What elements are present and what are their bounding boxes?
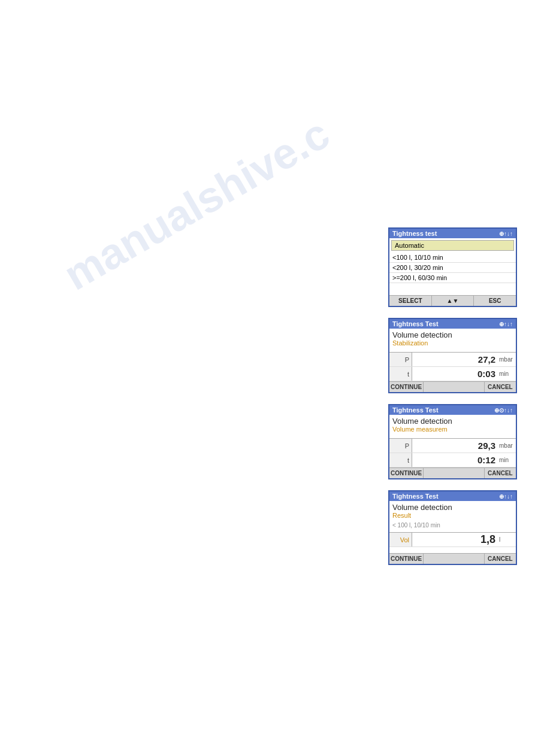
- panel3-row-0: P 29,3 mbar: [389, 439, 516, 453]
- panel2-main-title: Volume detection: [389, 329, 516, 339]
- panel4-vol-label: Vol: [389, 533, 412, 546]
- panel3-row1-unit: min: [498, 457, 516, 463]
- panel4-continue-button[interactable]: CONTINUE: [389, 554, 424, 564]
- panel3-row1-value: 0:12: [412, 455, 498, 465]
- panel4-icons: ⊕↑↓↑: [499, 493, 513, 500]
- panel2-body: Volume detection Stabilization P 27,2 mb…: [389, 329, 516, 381]
- panel3-spacer: [424, 468, 485, 478]
- panel1-footer: SELECT ▲▼ ESC: [389, 295, 516, 306]
- panel2-row1-unit: min: [498, 371, 516, 377]
- panel4-row-vol: Vol 1,8 l: [389, 533, 516, 547]
- panel3-body: Volume detection Volume measurem P 29,3 …: [389, 415, 516, 467]
- panel4-subtitle: Result: [389, 512, 516, 522]
- panel3-continue-button[interactable]: CONTINUE: [389, 468, 424, 478]
- panel3-title: Tightness Test: [392, 406, 439, 414]
- panel1-icons: ⊕↑↓↑: [499, 230, 513, 237]
- panel4-extra-space: [389, 547, 516, 553]
- panel2-row0-unit: mbar: [498, 356, 516, 363]
- dropdown-spacer: [389, 283, 516, 295]
- panel-tightness-test-select: Tightness test ⊕↑↓↑ Automatic <100 l, 10…: [388, 227, 517, 307]
- dropdown-selected-item[interactable]: Automatic: [391, 240, 514, 251]
- panel4-vol-unit: l: [498, 536, 516, 543]
- panel2-row1-value: 0:03: [412, 369, 498, 379]
- panel3-row1-label: t: [389, 453, 412, 467]
- dropdown-item-1[interactable]: <200 l, 30/20 min: [389, 263, 516, 273]
- panel3-cancel-button[interactable]: CANCEL: [485, 468, 516, 478]
- panel1-header: Tightness test ⊕↑↓↑: [389, 229, 516, 238]
- panel2-row-0: P 27,2 mbar: [389, 353, 516, 367]
- panel2-row-1: t 0:03 min: [389, 367, 516, 381]
- panel2-rows: P 27,2 mbar t 0:03 min: [389, 352, 516, 381]
- arrows-button[interactable]: ▲▼: [432, 296, 474, 306]
- select-button[interactable]: SELECT: [389, 296, 432, 306]
- dropdown-item-2[interactable]: >=200 l, 60/30 min: [389, 273, 516, 283]
- panel3-rows: P 29,3 mbar t 0:12 min: [389, 438, 516, 467]
- panel2-footer: CONTINUE CANCEL: [389, 381, 516, 392]
- panel3-main-title: Volume detection: [389, 415, 516, 426]
- panel4-cancel-button[interactable]: CANCEL: [485, 554, 516, 564]
- panel3-row-1: t 0:12 min: [389, 453, 516, 467]
- panel4-main-title: Volume detection: [389, 501, 516, 512]
- panel4-spacer: [424, 554, 485, 564]
- panel3-row0-unit: mbar: [498, 442, 516, 449]
- panel1-title: Tightness test: [392, 230, 437, 237]
- dropdown-item-0[interactable]: <100 l, 10/10 min: [389, 253, 516, 263]
- panel2-row0-label: P: [389, 353, 412, 366]
- panel3-subtitle: Volume measurem: [389, 426, 516, 436]
- panel4-footer: CONTINUE CANCEL: [389, 553, 516, 564]
- esc-button[interactable]: ESC: [474, 296, 516, 306]
- panel4-vol-value: 1,8: [412, 533, 498, 546]
- panel2-spacer: [424, 382, 485, 392]
- panel2-title: Tightness Test: [392, 320, 439, 327]
- panel3-row0-label: P: [389, 439, 412, 453]
- panel3-footer: CONTINUE CANCEL: [389, 467, 516, 478]
- panel3-row0-value: 29,3: [412, 441, 498, 451]
- panel2-cancel-button[interactable]: CANCEL: [485, 382, 516, 392]
- panel2-header: Tightness Test ⊕↑↓↑: [389, 319, 516, 329]
- panel4-rows: Vol 1,8 l: [389, 532, 516, 547]
- panels-container: Tightness test ⊕↑↓↑ Automatic <100 l, 10…: [388, 227, 517, 565]
- panel2-continue-button[interactable]: CONTINUE: [389, 382, 424, 392]
- panel2-row0-value: 27,2: [412, 354, 498, 365]
- panel2-subtitle: Stabilization: [389, 339, 516, 350]
- panel4-title: Tightness Test: [392, 493, 439, 500]
- panel2-row1-label: t: [389, 367, 412, 381]
- panel3-icons: ⊕⊙↑↓↑: [494, 407, 513, 414]
- panel4-subtitle2: < 100 l, 10/10 min: [389, 522, 516, 530]
- panel2-icons: ⊕↑↓↑: [499, 321, 513, 327]
- panel3-header: Tightness Test ⊕⊙↑↓↑: [389, 405, 516, 415]
- panel-volume-meas: Tightness Test ⊕⊙↑↓↑ Volume detection Vo…: [388, 404, 517, 479]
- panel-result: Tightness Test ⊕↑↓↑ Volume detection Res…: [388, 490, 517, 565]
- panel4-body: Volume detection Result < 100 l, 10/10 m…: [389, 501, 516, 553]
- panel-stabilization: Tightness Test ⊕↑↓↑ Volume detection Sta…: [388, 318, 517, 393]
- panel1-body: Automatic <100 l, 10/10 min <200 l, 30/2…: [389, 240, 516, 295]
- watermark-text: manualshive.c: [56, 108, 338, 299]
- panel4-header: Tightness Test ⊕↑↓↑: [389, 491, 516, 501]
